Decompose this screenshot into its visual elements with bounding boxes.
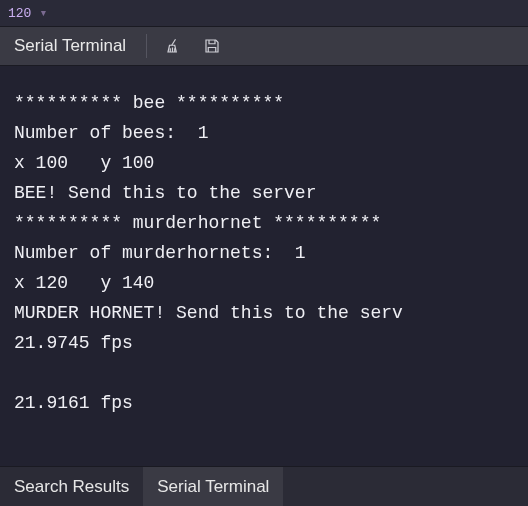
terminal-line: MURDER HORNET! Send this to the serv (14, 298, 514, 328)
header-toolbar (153, 35, 223, 57)
terminal-line: ********** murderhornet ********** (14, 208, 514, 238)
panel-tab-bar: Search ResultsSerial Terminal (0, 466, 528, 506)
terminal-line: x 120 y 140 (14, 268, 514, 298)
panel-header: Serial Terminal (0, 26, 528, 66)
save-icon (203, 37, 221, 55)
save-button[interactable] (201, 35, 223, 57)
terminal-line: BEE! Send this to the server (14, 178, 514, 208)
line-number: 120 (8, 6, 31, 21)
panel-title: Serial Terminal (0, 27, 140, 65)
terminal-line: ********** bee ********** (14, 88, 514, 118)
broom-icon (165, 37, 183, 55)
tab-search-results[interactable]: Search Results (0, 467, 143, 506)
terminal-line: Number of bees: 1 (14, 118, 514, 148)
terminal-line (14, 358, 514, 388)
terminal-line: Number of murderhornets: 1 (14, 238, 514, 268)
terminal-line: 21.9745 fps (14, 328, 514, 358)
editor-gutter-strip: 120 ▾ (0, 0, 528, 26)
terminal-line: 21.9161 fps (14, 388, 514, 418)
header-divider (146, 34, 147, 58)
tab-serial-terminal[interactable]: Serial Terminal (143, 467, 283, 506)
terminal-output[interactable]: ********** bee **********Number of bees:… (0, 66, 528, 466)
terminal-line: x 100 y 100 (14, 148, 514, 178)
clear-button[interactable] (163, 35, 185, 57)
fold-chevron-icon[interactable]: ▾ (39, 5, 47, 21)
